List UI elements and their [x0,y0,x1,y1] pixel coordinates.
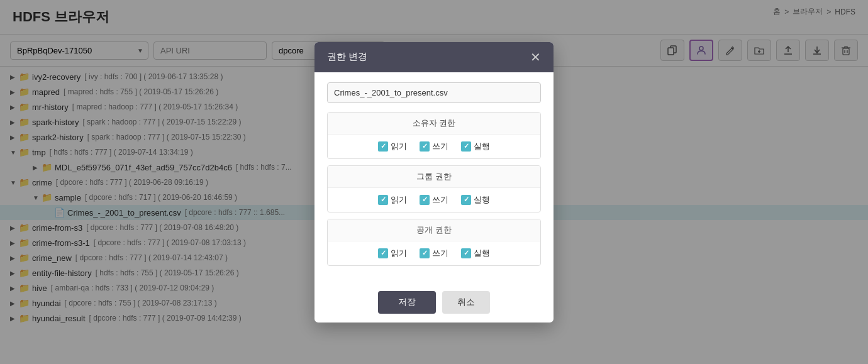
check-item[interactable]: 읽기 [378,141,407,152]
checkbox[interactable] [461,195,471,205]
permission-section: 그룹 권한읽기쓰기실행 [327,165,541,212]
check-label: 실행 [474,248,490,259]
check-item[interactable]: 쓰기 [420,141,448,152]
check-item[interactable]: 쓰기 [420,194,448,206]
permission-checks: 읽기쓰기실행 [328,188,540,212]
modal-overlay: 권한 변경 ✕ 소유자 권한읽기쓰기실행그룹 권한읽기쓰기실행공개 권한읽기쓰기… [0,0,868,364]
check-item[interactable]: 실행 [461,248,490,259]
modal-body: 소유자 권한읽기쓰기실행그룹 권한읽기쓰기실행공개 권한읽기쓰기실행 [314,72,554,282]
permission-checks: 읽기쓰기실행 [328,241,540,265]
modal-title: 권한 변경 [327,51,367,63]
permission-checks: 읽기쓰기실행 [328,135,540,158]
permission-section: 소유자 권한읽기쓰기실행 [327,112,541,159]
checkbox[interactable] [461,141,471,152]
modal-header: 권한 변경 ✕ [314,42,554,72]
check-label: 읽기 [391,141,407,152]
cancel-button[interactable]: 취소 [442,291,490,314]
checkbox[interactable] [378,141,388,152]
check-item[interactable]: 쓰기 [420,248,448,259]
check-label: 쓰기 [432,141,448,152]
checkbox[interactable] [420,248,430,258]
permission-title: 그룹 권한 [328,166,540,188]
permissions-modal: 권한 변경 ✕ 소유자 권한읽기쓰기실행그룹 권한읽기쓰기실행공개 권한읽기쓰기… [314,42,554,323]
check-label: 실행 [474,194,490,206]
check-label: 읽기 [391,194,407,206]
check-label: 쓰기 [432,194,448,206]
check-item[interactable]: 읽기 [378,194,407,206]
permission-title: 공개 권한 [328,219,540,241]
modal-close-button[interactable]: ✕ [530,51,541,63]
check-label: 실행 [474,141,490,152]
permission-section: 공개 권한읽기쓰기실행 [327,219,541,266]
checkbox[interactable] [420,141,430,152]
check-item[interactable]: 읽기 [378,248,407,259]
save-button[interactable]: 저장 [378,291,436,314]
checkbox[interactable] [378,248,388,258]
check-label: 읽기 [391,248,407,259]
checkbox[interactable] [378,195,388,205]
modal-footer: 저장 취소 [314,282,554,323]
check-item[interactable]: 실행 [461,141,490,152]
permission-title: 소유자 권한 [328,113,540,135]
modal-filename-input[interactable] [327,82,541,103]
checkbox[interactable] [461,248,471,258]
check-item[interactable]: 실행 [461,194,490,206]
checkbox[interactable] [420,195,430,205]
check-label: 쓰기 [432,248,448,259]
